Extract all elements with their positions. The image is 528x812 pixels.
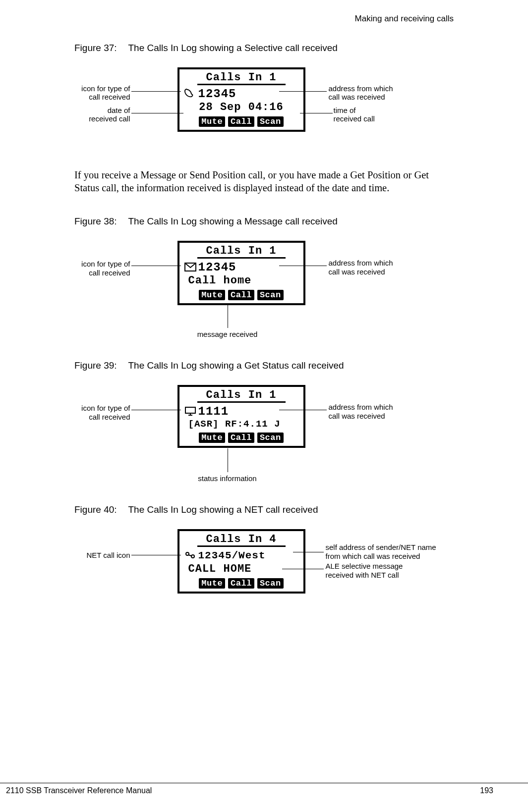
callout-ale-msg: ALE selective message received with NET … [326, 562, 445, 579]
figure39: Calls In 1 1111 [ASR] RF:4.11 J Mute Cal… [71, 385, 458, 491]
lcd-address-row: 1111 [179, 404, 303, 419]
leader-line [131, 113, 183, 113]
footer-manual-title: 2110 SSB Transceiver Reference Manual [6, 786, 152, 795]
callout-status-info: status information [188, 474, 267, 483]
callout-time: time of received call [334, 106, 413, 123]
leader-line [279, 410, 327, 410]
lcd-status: [ASR] RF:4.11 J [179, 419, 303, 432]
figure39-caption: Figure 39: The Calls In Log showing a Ge… [74, 360, 498, 371]
lcd-softkeys: Mute Call Scan [179, 289, 303, 303]
svg-point-3 [191, 555, 194, 558]
figure40-title: The Calls In Log showing a NET call rece… [128, 504, 318, 515]
softkey-scan: Scan [257, 290, 284, 300]
monitor-icon [184, 406, 198, 416]
lcd-title: Calls In 1 [197, 69, 286, 85]
softkey-call: Call [228, 578, 254, 589]
leader-line [228, 448, 228, 472]
footer-page-number: 193 [480, 786, 493, 795]
leader-line [228, 304, 228, 328]
svg-rect-1 [185, 407, 195, 413]
softkey-mute: Mute [199, 290, 225, 300]
lcd-fig39: Calls In 1 1111 [ASR] RF:4.11 J Mute Cal… [177, 385, 305, 448]
softkey-scan: Scan [257, 433, 284, 443]
lcd-message: Call home [179, 274, 303, 289]
softkey-mute: Mute [199, 116, 225, 127]
page-footer: 2110 SSB Transceiver Reference Manual 19… [0, 783, 528, 795]
callout-address-from: address from which call was received [329, 403, 418, 420]
lcd-softkeys: Mute Call Scan [179, 115, 303, 130]
running-header: Making and receiving calls [30, 14, 498, 24]
lcd-address-row: 12345/West [179, 548, 303, 563]
lcd-address: 12345 [198, 261, 236, 274]
lcd-address: 12345 [198, 87, 236, 101]
leader-line [279, 91, 327, 92]
softkey-scan: Scan [257, 578, 284, 589]
softkey-mute: Mute [199, 578, 225, 589]
figure37: Calls In 1 12345 28 Sep 04:16 Mute Call … [71, 67, 458, 152]
callout-address-from: address from which call was received [329, 259, 418, 276]
lcd-title: Calls In 1 [197, 387, 286, 403]
callout-date: date of received call [71, 106, 130, 123]
lcd-message: CALL HOME [179, 563, 303, 577]
lcd-title: Calls In 4 [197, 531, 286, 547]
leader-line [282, 569, 324, 569]
figure37-caption: Figure 37: The Calls In Log showing a Se… [74, 43, 498, 54]
lcd-softkeys: Mute Call Scan [179, 432, 303, 446]
figure38-title: The Calls In Log showing a Message call … [128, 216, 337, 226]
leader-line [131, 555, 181, 555]
figure39-title: The Calls In Log showing a Get Status ca… [128, 360, 344, 371]
lcd-address: 1111 [198, 405, 229, 418]
softkey-scan: Scan [257, 116, 284, 127]
lcd-fig37: Calls In 1 12345 28 Sep 04:16 Mute Call … [177, 67, 305, 132]
softkey-call: Call [228, 116, 254, 127]
figure38-number: Figure 38: [74, 216, 117, 226]
figure37-number: Figure 37: [74, 43, 117, 53]
callout-icon-type: icon for type of call received [71, 260, 130, 277]
leader-line [279, 266, 327, 266]
lcd-fig40: Calls In 4 12345/West CALL HOME Mute Cal… [177, 529, 305, 594]
callout-icon-type: icon for type of call received [71, 84, 130, 102]
leader-line [300, 113, 333, 113]
softkey-call: Call [228, 290, 254, 300]
phone-icon [184, 88, 198, 99]
figure39-number: Figure 39: [74, 360, 117, 371]
lcd-address: 12345/West [198, 550, 266, 561]
net-icon [184, 551, 198, 560]
callout-icon-type: icon for type of call received [71, 404, 130, 421]
softkey-mute: Mute [199, 433, 225, 443]
callout-self-addr: self address of sender/NET name from whi… [326, 543, 455, 560]
figure40: Calls In 4 12345/West CALL HOME Mute Cal… [71, 529, 458, 613]
figure38-caption: Figure 38: The Calls In Log showing a Me… [74, 216, 498, 227]
leader-line [131, 410, 181, 410]
callout-address-from: address from which call was received [329, 84, 418, 102]
lcd-fig38: Calls In 1 12345 Call home Mute Call Sca… [177, 241, 305, 305]
lcd-datetime: 28 Sep 04:16 [179, 101, 303, 115]
leader-line [293, 552, 324, 552]
figure40-caption: Figure 40: The Calls In Log showing a NE… [74, 504, 498, 515]
lcd-address-row: 12345 [179, 260, 303, 274]
lcd-title: Calls In 1 [197, 243, 286, 259]
callout-net-icon: NET call icon [71, 551, 130, 559]
softkey-call: Call [228, 433, 254, 443]
leader-line [131, 266, 181, 266]
figure38: Calls In 1 12345 Call home Mute Call Sca… [71, 241, 458, 347]
lcd-address-row: 12345 [179, 86, 303, 101]
figure40-number: Figure 40: [74, 504, 117, 515]
leader-line [131, 91, 181, 92]
envelope-icon [184, 263, 198, 271]
document-page: Making and receiving calls Figure 37: Th… [0, 0, 528, 812]
body-paragraph: If you receive a Message or Send Positio… [74, 168, 456, 194]
figure37-title: The Calls In Log showing a Selective cal… [128, 43, 337, 53]
callout-message-received: message received [188, 330, 267, 338]
lcd-softkeys: Mute Call Scan [179, 577, 303, 592]
